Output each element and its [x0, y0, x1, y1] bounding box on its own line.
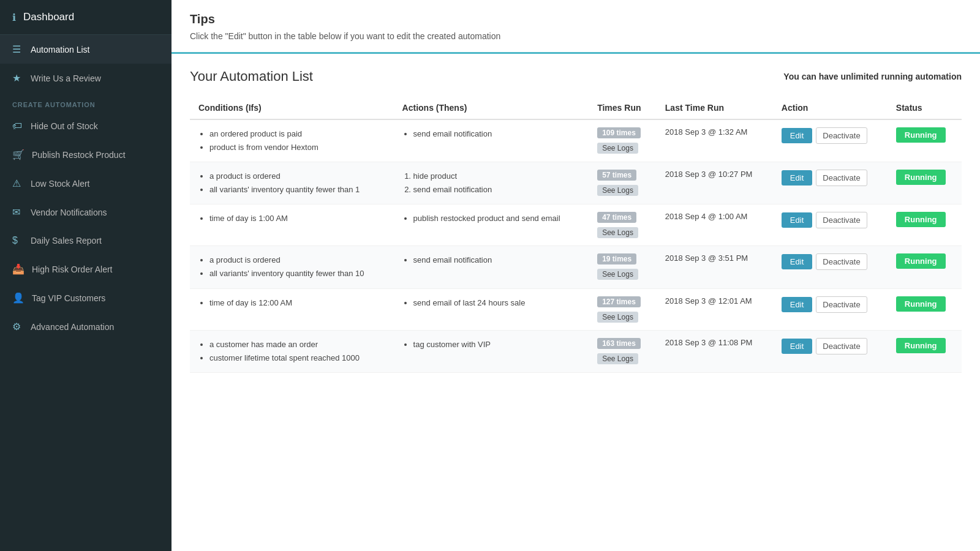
sidebar-item-automation-list[interactable]: ☰ Automation List — [0, 35, 172, 64]
list-icon: ☰ — [12, 43, 23, 55]
sidebar-item-write-review[interactable]: ★ Write Us a Review — [0, 64, 172, 92]
col-last-time-run: Last Time Run — [657, 97, 773, 119]
cell-times-run: 127 timesSee Logs — [589, 288, 657, 330]
user-icon: 👤 — [12, 292, 24, 304]
tips-panel: Tips Click the "Edit" button in the tabl… — [172, 0, 980, 54]
cell-action-buttons: EditDeactivate — [773, 288, 888, 330]
edit-button[interactable]: Edit — [782, 254, 812, 269]
tips-text: Click the "Edit" button in the table bel… — [190, 31, 962, 41]
deactivate-button[interactable]: Deactivate — [816, 127, 867, 144]
deactivate-button[interactable]: Deactivate — [816, 338, 867, 354]
edit-button[interactable]: Edit — [782, 339, 812, 354]
cell-times-run: 47 timesSee Logs — [589, 204, 657, 246]
edit-button[interactable]: Edit — [782, 297, 812, 312]
sidebar-item-low-stock-alert[interactable]: ⚠ Low Stock Alert — [0, 169, 172, 198]
sidebar-dashboard-label: Dashboard — [23, 11, 74, 23]
edit-button[interactable]: Edit — [782, 128, 812, 143]
sidebar-item-label: Write Us a Review — [31, 73, 101, 83]
deactivate-button[interactable]: Deactivate — [816, 253, 867, 270]
sidebar-item-vendor-notifications[interactable]: ✉ Vendor Notifications — [0, 198, 172, 227]
deactivate-button[interactable]: Deactivate — [816, 212, 867, 228]
table-row: a product is orderedall variants' invent… — [190, 162, 962, 204]
automation-header-row: Your Automation List You can have unlimi… — [190, 69, 962, 84]
table-row: a product is orderedall variants' invent… — [190, 246, 962, 288]
sidebar-item-hide-out-of-stock[interactable]: 🏷 Hide Out of Stock — [0, 112, 172, 140]
action-item: send email notification — [413, 127, 581, 141]
sidebar-item-label: Low Stock Alert — [31, 179, 90, 189]
cell-status: Running — [888, 162, 962, 204]
condition-item: time of day is 1:00 AM — [209, 212, 385, 225]
inbox-icon: 📥 — [12, 263, 24, 275]
status-badge: Running — [896, 296, 946, 312]
condition-item: product is from vendor Hextom — [209, 141, 385, 154]
sidebar-section-create-automation: CREATE AUTOMATION — [0, 92, 172, 112]
condition-item: all variants' inventory quantity fewer t… — [209, 183, 385, 197]
see-logs-button[interactable]: See Logs — [597, 269, 638, 280]
tips-title: Tips — [190, 12, 962, 26]
cell-conditions: time of day is 12:00 AM — [190, 288, 394, 330]
deactivate-button[interactable]: Deactivate — [816, 170, 867, 186]
unlimited-text: You can have unlimited running automatio… — [783, 72, 962, 81]
col-actions: Actions (Thens) — [394, 97, 589, 119]
dollar-icon: $ — [12, 235, 23, 246]
status-badge: Running — [896, 170, 946, 185]
cell-last-time-run: 2018 Sep 3 @ 12:01 AM — [657, 288, 773, 330]
sidebar-item-label: Publish Restock Product — [32, 150, 126, 160]
see-logs-button[interactable]: See Logs — [597, 227, 638, 238]
condition-item: a customer has made an order — [209, 338, 385, 351]
sidebar-item-publish-restock[interactable]: 🛒 Publish Restock Product — [0, 140, 172, 169]
cell-conditions: a customer has made an ordercustomer lif… — [190, 330, 394, 372]
times-badge: 57 times — [597, 170, 636, 181]
condition-item: time of day is 12:00 AM — [209, 296, 385, 310]
tag-icon: 🏷 — [12, 121, 23, 132]
cell-action-buttons: EditDeactivate — [773, 246, 888, 288]
cell-action-buttons: EditDeactivate — [773, 162, 888, 204]
table-row: time of day is 1:00 AMpublish restocked … — [190, 204, 962, 246]
cell-last-time-run: 2018 Sep 3 @ 1:32 AM — [657, 119, 773, 162]
see-logs-button[interactable]: See Logs — [597, 353, 638, 364]
times-badge: 163 times — [597, 338, 641, 349]
sidebar-item-label: Daily Sales Report — [31, 236, 102, 246]
sidebar-item-high-risk-order[interactable]: 📥 High Risk Order Alert — [0, 255, 172, 283]
table-row: an ordered product is paidproduct is fro… — [190, 119, 962, 162]
see-logs-button[interactable]: See Logs — [597, 143, 638, 154]
sidebar: ℹ Dashboard ☰ Automation List ★ Write Us… — [0, 0, 172, 551]
see-logs-button[interactable]: See Logs — [597, 185, 638, 196]
action-item: send email of last 24 hours sale — [413, 296, 581, 310]
star-icon: ★ — [12, 72, 23, 84]
times-badge: 109 times — [597, 127, 641, 138]
warning-icon: ⚠ — [12, 178, 23, 189]
condition-item: an ordered product is paid — [209, 127, 385, 141]
cell-times-run: 19 timesSee Logs — [589, 246, 657, 288]
see-logs-button[interactable]: See Logs — [597, 312, 638, 323]
cell-action-buttons: EditDeactivate — [773, 330, 888, 372]
edit-button[interactable]: Edit — [782, 212, 812, 228]
action-item: send email notification — [413, 183, 581, 197]
sidebar-item-label: High Risk Order Alert — [32, 264, 112, 274]
sidebar-item-tag-vip-customers[interactable]: 👤 Tag VIP Customers — [0, 283, 172, 312]
status-badge: Running — [896, 127, 946, 143]
action-item: hide product — [413, 170, 581, 183]
cell-conditions: time of day is 1:00 AM — [190, 204, 394, 246]
times-badge: 127 times — [597, 296, 641, 307]
sidebar-item-advanced-automation[interactable]: ⚙ Advanced Automation — [0, 312, 172, 341]
cell-times-run: 163 timesSee Logs — [589, 330, 657, 372]
cell-last-time-run: 2018 Sep 4 @ 1:00 AM — [657, 204, 773, 246]
edit-button[interactable]: Edit — [782, 170, 812, 186]
cell-conditions: an ordered product is paidproduct is fro… — [190, 119, 394, 162]
cell-actions: tag customer with VIP — [394, 330, 589, 372]
sidebar-header[interactable]: ℹ Dashboard — [0, 0, 172, 35]
col-action: Action — [773, 97, 888, 119]
action-item: tag customer with VIP — [413, 338, 581, 351]
deactivate-button[interactable]: Deactivate — [816, 296, 867, 313]
col-times-run: Times Run — [589, 97, 657, 119]
table-row: time of day is 12:00 AMsend email of las… — [190, 288, 962, 330]
sidebar-item-label: Vendor Notifications — [31, 208, 107, 217]
cell-status: Running — [888, 330, 962, 372]
sidebar-item-label: Tag VIP Customers — [32, 293, 105, 303]
cell-times-run: 57 timesSee Logs — [589, 162, 657, 204]
cell-actions: hide productsend email notification — [394, 162, 589, 204]
col-status: Status — [888, 97, 962, 119]
cell-status: Running — [888, 246, 962, 288]
sidebar-item-daily-sales-report[interactable]: $ Daily Sales Report — [0, 227, 172, 255]
